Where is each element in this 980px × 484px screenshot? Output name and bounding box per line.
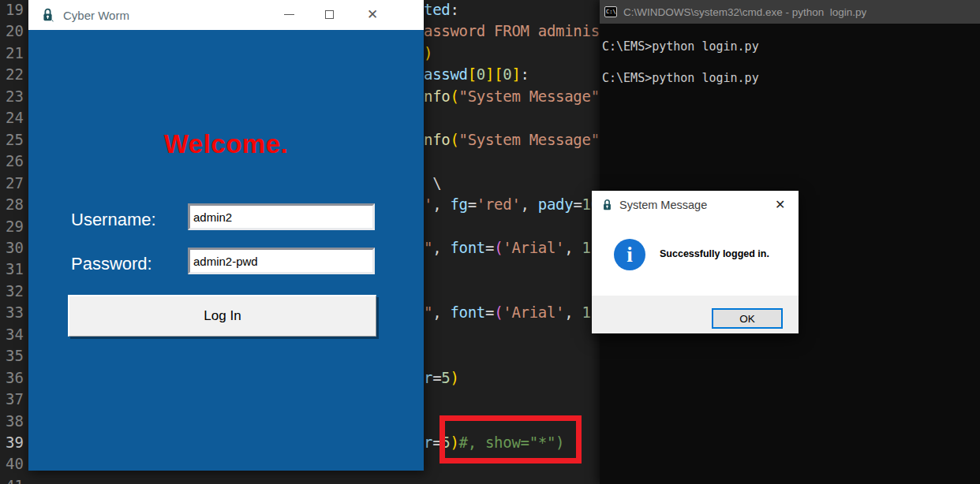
password-input[interactable]: [188, 248, 375, 274]
cyber-worm-window: Cyber Worm ✕ Welcome. Username: Password…: [28, 0, 424, 471]
code-line-30[interactable]: ", font=('Arial', 1: [424, 236, 591, 259]
code-line-33[interactable]: ", font=('Arial', 1: [424, 301, 591, 323]
code-line-27[interactable]: \: [424, 172, 441, 194]
dialog-titlebar[interactable]: System Message: [592, 191, 799, 219]
code-line-19[interactable]: ted:: [424, 0, 459, 20]
cmd-icon: C:\: [604, 6, 617, 17]
gutter-line-29[interactable]: 29: [0, 215, 24, 237]
ok-button[interactable]: OK: [712, 308, 783, 329]
maximize-icon[interactable]: [325, 10, 334, 19]
gutter-line-36[interactable]: 36: [0, 367, 24, 389]
system-message-dialog: System Message ✕ i Successfully logged i…: [592, 191, 799, 333]
dialog-message: Successfully logged in.: [660, 248, 769, 259]
gutter-line-38[interactable]: 38: [0, 410, 24, 432]
dialog-close-icon[interactable]: ✕: [775, 198, 785, 212]
code-line-28[interactable]: ', fg='red', pady=10: [424, 193, 600, 215]
gutter-line-37[interactable]: 37: [0, 388, 24, 410]
cmd-icon-glyph: C:\: [605, 7, 616, 17]
minimize-icon[interactable]: [284, 14, 294, 15]
dialog-title: System Message: [619, 199, 707, 211]
code-line-23[interactable]: nfo("System Message": [424, 85, 600, 107]
username-input[interactable]: [188, 203, 375, 230]
gutter-line-25[interactable]: 25: [0, 128, 24, 151]
code-line-25[interactable]: nfo("System Message": [424, 128, 600, 151]
code-line-21[interactable]: ): [424, 42, 432, 64]
gutter-line-39[interactable]: 39: [0, 431, 24, 453]
gutter-line-28[interactable]: 28: [0, 193, 24, 215]
cmd-title: C:\WINDOWS\system32\cmd.exe - python log…: [623, 6, 866, 18]
login-form: Welcome. Username: Password: Log In: [28, 30, 424, 471]
gutter-line-41[interactable]: 41: [0, 475, 24, 484]
gutter-line-30[interactable]: 30: [0, 236, 24, 259]
password-label: Password:: [71, 254, 152, 274]
info-icon-glyph: i: [627, 239, 633, 270]
gutter-line-21[interactable]: 21: [0, 42, 24, 64]
code-line-20[interactable]: assword FROM adminis: [424, 20, 600, 42]
username-label: Username:: [71, 210, 156, 230]
login-button[interactable]: Log In: [68, 295, 376, 337]
tk-titlebar[interactable]: Cyber Worm ✕: [28, 0, 424, 30]
gutter-line-27[interactable]: 27: [0, 172, 24, 194]
close-icon[interactable]: ✕: [367, 6, 378, 24]
gutter-line-23[interactable]: 23: [0, 85, 24, 107]
gutter-line-24[interactable]: 24: [0, 106, 24, 128]
window-title: Cyber Worm: [63, 9, 129, 22]
gutter-line-34[interactable]: 34: [0, 323, 24, 345]
cmd-titlebar[interactable]: C:\ C:\WINDOWS\system32\cmd.exe - python…: [600, 0, 980, 24]
gutter-line-32[interactable]: 32: [0, 280, 24, 302]
gutter-line-22[interactable]: 22: [0, 63, 24, 85]
gutter-line-40[interactable]: 40: [0, 452, 24, 475]
cmd-prompt-line-1: C:\EMS>python login.py: [602, 39, 759, 54]
info-icon: i: [614, 239, 645, 270]
code-line-22[interactable]: asswd[0][0]:: [424, 63, 529, 85]
gutter-line-26[interactable]: 26: [0, 150, 24, 172]
gutter-line-35[interactable]: 35: [0, 344, 24, 367]
gutter-line-20[interactable]: 20: [0, 20, 24, 42]
code-line-36[interactable]: r=5): [424, 367, 459, 389]
welcome-heading: Welcome.: [28, 129, 424, 159]
screenshot-root: 1920212223242526272829303132333435363738…: [0, 0, 980, 484]
dialog-lock-icon: [602, 199, 612, 212]
gutter-line-33[interactable]: 33: [0, 301, 24, 323]
app-lock-icon: [42, 8, 54, 23]
cmd-prompt-line-2: C:\EMS>python login.py: [602, 70, 759, 86]
gutter-line-31[interactable]: 31: [0, 258, 24, 280]
highlight-box: [440, 415, 582, 464]
gutter-line-19[interactable]: 19: [0, 0, 24, 20]
